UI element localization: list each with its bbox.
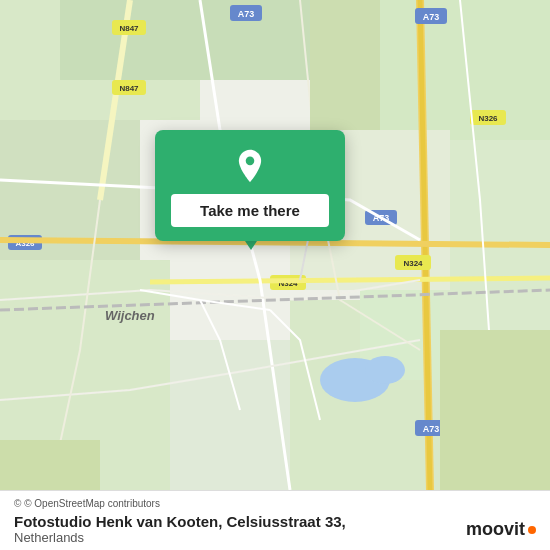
svg-text:N324: N324 (403, 259, 423, 268)
svg-text:A73: A73 (423, 424, 440, 434)
svg-text:N847: N847 (119, 84, 139, 93)
svg-rect-34 (310, 0, 380, 130)
location-pin-icon (232, 148, 268, 184)
svg-rect-35 (0, 440, 100, 490)
take-me-there-button[interactable]: Take me there (171, 194, 329, 227)
map-container: A73 A73 A73 N847 N847 A326 N324 N324 N32… (0, 0, 550, 490)
moovit-text: moovit (466, 519, 525, 540)
location-title: Fotostudio Henk van Kooten, Celsiusstraa… (14, 513, 536, 530)
attribution: © © OpenStreetMap contributors (14, 498, 536, 509)
moovit-dot (528, 526, 536, 534)
copyright-symbol: © (14, 498, 21, 509)
svg-text:A73: A73 (423, 12, 440, 22)
moovit-logo: moovit (466, 519, 536, 540)
svg-text:Wijchen: Wijchen (105, 308, 155, 323)
svg-point-37 (246, 157, 255, 166)
svg-text:A73: A73 (238, 9, 255, 19)
svg-text:N847: N847 (119, 24, 139, 33)
attribution-text: © OpenStreetMap contributors (24, 498, 160, 509)
svg-point-32 (365, 356, 405, 384)
svg-text:N326: N326 (478, 114, 498, 123)
svg-rect-36 (440, 330, 550, 490)
footer: © © OpenStreetMap contributors Fotostudi… (0, 490, 550, 550)
location-subtitle: Netherlands (14, 530, 536, 545)
svg-rect-9 (440, 140, 550, 340)
popup-card: Take me there (155, 130, 345, 241)
